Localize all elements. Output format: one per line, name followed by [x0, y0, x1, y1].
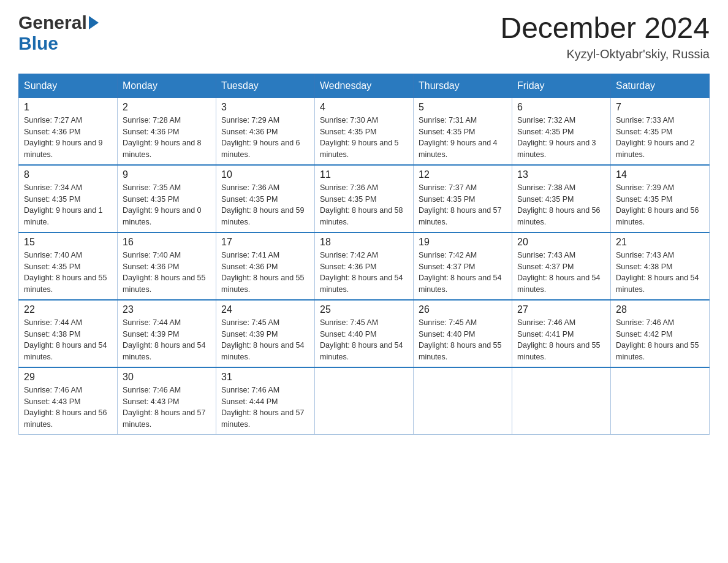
calendar-cell: 7Sunrise: 7:33 AMSunset: 4:35 PMDaylight…: [611, 98, 710, 165]
calendar-cell: [611, 367, 710, 435]
calendar-cell: 23Sunrise: 7:44 AMSunset: 4:39 PMDayligh…: [118, 300, 216, 367]
calendar-cell: 26Sunrise: 7:45 AMSunset: 4:40 PMDayligh…: [414, 300, 512, 367]
calendar-cell: 3Sunrise: 7:29 AMSunset: 4:36 PMDaylight…: [216, 98, 315, 165]
day-info: Sunrise: 7:43 AMSunset: 4:38 PMDaylight:…: [616, 250, 704, 296]
calendar-week-row: 15Sunrise: 7:40 AMSunset: 4:35 PMDayligh…: [19, 232, 710, 300]
calendar-cell: 12Sunrise: 7:37 AMSunset: 4:35 PMDayligh…: [414, 165, 512, 232]
day-number: 2: [123, 102, 211, 113]
calendar-cell: 30Sunrise: 7:46 AMSunset: 4:43 PMDayligh…: [118, 367, 216, 435]
weekday-header-wednesday: Wednesday: [315, 74, 414, 98]
day-number: 23: [123, 304, 211, 315]
day-info: Sunrise: 7:30 AMSunset: 4:35 PMDaylight:…: [320, 115, 408, 161]
calendar-cell: 18Sunrise: 7:42 AMSunset: 4:36 PMDayligh…: [315, 232, 414, 300]
day-number: 6: [517, 102, 605, 113]
day-number: 17: [221, 237, 309, 248]
day-info: Sunrise: 7:31 AMSunset: 4:35 PMDaylight:…: [419, 115, 507, 161]
calendar-cell: 29Sunrise: 7:46 AMSunset: 4:43 PMDayligh…: [19, 367, 118, 435]
day-number: 5: [419, 102, 507, 113]
day-info: Sunrise: 7:37 AMSunset: 4:35 PMDaylight:…: [419, 182, 507, 228]
calendar-cell: 20Sunrise: 7:43 AMSunset: 4:37 PMDayligh…: [512, 232, 611, 300]
calendar-cell: 1Sunrise: 7:27 AMSunset: 4:36 PMDaylight…: [19, 98, 118, 165]
day-number: 22: [24, 304, 112, 315]
calendar-cell: 9Sunrise: 7:35 AMSunset: 4:35 PMDaylight…: [118, 165, 216, 232]
day-number: 13: [517, 169, 605, 180]
logo-general-part: General: [18, 12, 87, 33]
day-number: 14: [616, 169, 704, 180]
day-number: 31: [221, 372, 309, 383]
day-number: 4: [320, 102, 408, 113]
day-number: 20: [517, 237, 605, 248]
weekday-header-row: SundayMondayTuesdayWednesdayThursdayFrid…: [19, 74, 710, 98]
day-number: 12: [419, 169, 507, 180]
day-number: 7: [616, 102, 704, 113]
day-info: Sunrise: 7:32 AMSunset: 4:35 PMDaylight:…: [517, 115, 605, 161]
day-info: Sunrise: 7:36 AMSunset: 4:35 PMDaylight:…: [221, 182, 309, 228]
calendar-cell: 5Sunrise: 7:31 AMSunset: 4:35 PMDaylight…: [414, 98, 512, 165]
day-info: Sunrise: 7:44 AMSunset: 4:38 PMDaylight:…: [24, 317, 112, 363]
day-info: Sunrise: 7:43 AMSunset: 4:37 PMDaylight:…: [517, 250, 605, 296]
day-number: 25: [320, 304, 408, 315]
calendar-cell: 25Sunrise: 7:45 AMSunset: 4:40 PMDayligh…: [315, 300, 414, 367]
day-info: Sunrise: 7:34 AMSunset: 4:35 PMDaylight:…: [24, 182, 112, 228]
weekday-header-saturday: Saturday: [611, 74, 710, 98]
day-number: 11: [320, 169, 408, 180]
day-number: 9: [123, 169, 211, 180]
day-number: 1: [24, 102, 112, 113]
calendar-cell: 17Sunrise: 7:41 AMSunset: 4:36 PMDayligh…: [216, 232, 315, 300]
calendar-cell: [512, 367, 611, 435]
calendar-cell: 4Sunrise: 7:30 AMSunset: 4:35 PMDaylight…: [315, 98, 414, 165]
logo-blue-part: Blue: [18, 33, 58, 53]
logo: General Blue: [18, 12, 100, 54]
day-info: Sunrise: 7:46 AMSunset: 4:42 PMDaylight:…: [616, 317, 704, 363]
day-info: Sunrise: 7:45 AMSunset: 4:40 PMDaylight:…: [419, 317, 507, 363]
calendar-cell: 8Sunrise: 7:34 AMSunset: 4:35 PMDaylight…: [19, 165, 118, 232]
location-subtitle: Kyzyl-Oktyabr'skiy, Russia: [500, 47, 710, 61]
calendar-cell: 15Sunrise: 7:40 AMSunset: 4:35 PMDayligh…: [19, 232, 118, 300]
page-header: General Blue December 2024 Kyzyl-Oktyabr…: [18, 12, 710, 61]
calendar-cell: 2Sunrise: 7:28 AMSunset: 4:36 PMDaylight…: [118, 98, 216, 165]
day-number: 15: [24, 237, 112, 248]
day-number: 27: [517, 304, 605, 315]
logo-triangle-icon: [89, 16, 99, 29]
weekday-header-sunday: Sunday: [19, 74, 118, 98]
day-info: Sunrise: 7:33 AMSunset: 4:35 PMDaylight:…: [616, 115, 704, 161]
day-number: 28: [616, 304, 704, 315]
logo-row: General: [18, 12, 100, 33]
day-info: Sunrise: 7:41 AMSunset: 4:36 PMDaylight:…: [221, 250, 309, 296]
calendar-cell: 21Sunrise: 7:43 AMSunset: 4:38 PMDayligh…: [611, 232, 710, 300]
day-info: Sunrise: 7:44 AMSunset: 4:39 PMDaylight:…: [123, 317, 211, 363]
calendar-cell: 6Sunrise: 7:32 AMSunset: 4:35 PMDaylight…: [512, 98, 611, 165]
weekday-header-friday: Friday: [512, 74, 611, 98]
day-info: Sunrise: 7:46 AMSunset: 4:43 PMDaylight:…: [123, 385, 211, 431]
day-info: Sunrise: 7:27 AMSunset: 4:36 PMDaylight:…: [24, 115, 112, 161]
day-number: 3: [221, 102, 309, 113]
calendar-cell: 27Sunrise: 7:46 AMSunset: 4:41 PMDayligh…: [512, 300, 611, 367]
day-info: Sunrise: 7:38 AMSunset: 4:35 PMDaylight:…: [517, 182, 605, 228]
day-number: 18: [320, 237, 408, 248]
day-info: Sunrise: 7:46 AMSunset: 4:43 PMDaylight:…: [24, 385, 112, 431]
day-info: Sunrise: 7:46 AMSunset: 4:44 PMDaylight:…: [221, 385, 309, 431]
day-number: 30: [123, 372, 211, 383]
logo-blue-row: Blue: [18, 33, 58, 54]
weekday-header-tuesday: Tuesday: [216, 74, 315, 98]
day-number: 16: [123, 237, 211, 248]
calendar-cell: [414, 367, 512, 435]
title-section: December 2024 Kyzyl-Oktyabr'skiy, Russia: [500, 12, 710, 61]
day-info: Sunrise: 7:45 AMSunset: 4:40 PMDaylight:…: [320, 317, 408, 363]
day-info: Sunrise: 7:46 AMSunset: 4:41 PMDaylight:…: [517, 317, 605, 363]
day-info: Sunrise: 7:36 AMSunset: 4:35 PMDaylight:…: [320, 182, 408, 228]
calendar-cell: 16Sunrise: 7:40 AMSunset: 4:36 PMDayligh…: [118, 232, 216, 300]
calendar-week-row: 29Sunrise: 7:46 AMSunset: 4:43 PMDayligh…: [19, 367, 710, 435]
calendar-cell: 31Sunrise: 7:46 AMSunset: 4:44 PMDayligh…: [216, 367, 315, 435]
calendar-cell: 10Sunrise: 7:36 AMSunset: 4:35 PMDayligh…: [216, 165, 315, 232]
calendar-week-row: 8Sunrise: 7:34 AMSunset: 4:35 PMDaylight…: [19, 165, 710, 232]
day-number: 26: [419, 304, 507, 315]
day-number: 10: [221, 169, 309, 180]
day-info: Sunrise: 7:28 AMSunset: 4:36 PMDaylight:…: [123, 115, 211, 161]
day-number: 24: [221, 304, 309, 315]
weekday-header-monday: Monday: [118, 74, 216, 98]
day-info: Sunrise: 7:42 AMSunset: 4:36 PMDaylight:…: [320, 250, 408, 296]
calendar-cell: 11Sunrise: 7:36 AMSunset: 4:35 PMDayligh…: [315, 165, 414, 232]
day-info: Sunrise: 7:42 AMSunset: 4:37 PMDaylight:…: [419, 250, 507, 296]
calendar-cell: 28Sunrise: 7:46 AMSunset: 4:42 PMDayligh…: [611, 300, 710, 367]
